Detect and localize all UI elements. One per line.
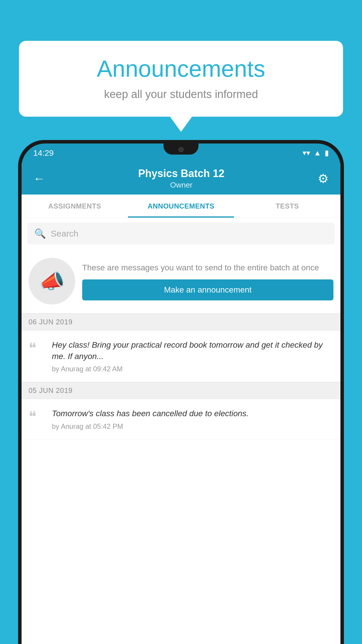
- speech-bubble-title: Announcements: [36, 55, 326, 82]
- app-bar-title-section: Physics Batch 12 Owner: [48, 167, 315, 190]
- announcement-meta-1: by Anurag at 09:42 AM: [52, 365, 333, 373]
- app-bar-title: Physics Batch 12: [48, 167, 315, 180]
- announcement-item-1: ❝ Hey class! Bring your practical record…: [22, 330, 340, 382]
- search-icon: 🔍: [34, 228, 46, 239]
- speech-bubble-subtitle: keep all your students informed: [36, 88, 326, 101]
- search-bar[interactable]: 🔍 Search: [27, 223, 335, 244]
- date-separator-2: 05 JUN 2019: [22, 382, 340, 399]
- announcement-meta-2: by Anurag at 05:42 PM: [52, 422, 333, 430]
- tab-announcements[interactable]: ANNOUNCEMENTS: [128, 195, 234, 218]
- announcement-text-block-1: Hey class! Bring your practical record b…: [52, 339, 333, 373]
- notch: [164, 144, 198, 155]
- status-icons: ▾▾ ▲ ▮: [303, 148, 329, 158]
- status-time: 14:29: [33, 148, 54, 158]
- back-button[interactable]: ←: [30, 169, 48, 188]
- promo-icon-circle: 📣: [29, 258, 75, 304]
- tab-assignments[interactable]: ASSIGNMENTS: [22, 195, 128, 218]
- phone-screen: ← Physics Batch 12 Owner ⚙ ASSIGNMENTS A…: [22, 162, 340, 644]
- app-bar-subtitle: Owner: [48, 181, 315, 190]
- announcement-message-1: Hey class! Bring your practical record b…: [52, 339, 333, 362]
- wifi-icon: ▾▾: [303, 148, 310, 158]
- megaphone-icon: 📣: [39, 269, 65, 293]
- screen-content: 🔍 Search 📣 These are messages you want t…: [22, 218, 340, 644]
- tabs-bar: ASSIGNMENTS ANNOUNCEMENTS TESTS: [22, 195, 340, 218]
- phone-inner: 14:29 ▾▾ ▲ ▮ ← Physics Batch 12 Owner ⚙: [22, 144, 340, 644]
- notch-camera: [178, 147, 184, 152]
- app-bar: ← Physics Batch 12 Owner ⚙: [22, 162, 340, 195]
- announcement-promo: 📣 These are messages you want to send to…: [22, 249, 340, 314]
- phone-frame: 14:29 ▾▾ ▲ ▮ ← Physics Batch 12 Owner ⚙: [18, 140, 344, 644]
- date-separator-1: 06 JUN 2019: [22, 314, 340, 330]
- speech-bubble-container: Announcements keep all your students inf…: [19, 41, 343, 117]
- search-placeholder: Search: [51, 229, 78, 239]
- quote-icon-2: ❝: [29, 409, 46, 424]
- signal-icon: ▲: [314, 148, 321, 158]
- promo-description: These are messages you want to send to t…: [82, 262, 333, 273]
- tab-tests[interactable]: TESTS: [234, 195, 340, 218]
- settings-button[interactable]: ⚙: [315, 169, 332, 189]
- promo-right: These are messages you want to send to t…: [82, 262, 333, 300]
- battery-icon: ▮: [325, 148, 329, 158]
- announcement-text-block-2: Tomorrow's class has been cancelled due …: [52, 408, 333, 430]
- announcement-message-2: Tomorrow's class has been cancelled due …: [52, 408, 333, 419]
- search-bar-container: 🔍 Search: [22, 218, 340, 249]
- quote-icon-1: ❝: [29, 341, 46, 355]
- speech-bubble: Announcements keep all your students inf…: [19, 41, 343, 117]
- status-bar: 14:29 ▾▾ ▲ ▮: [22, 144, 340, 162]
- make-announcement-button[interactable]: Make an announcement: [82, 279, 333, 300]
- announcement-item-2: ❝ Tomorrow's class has been cancelled du…: [22, 399, 340, 439]
